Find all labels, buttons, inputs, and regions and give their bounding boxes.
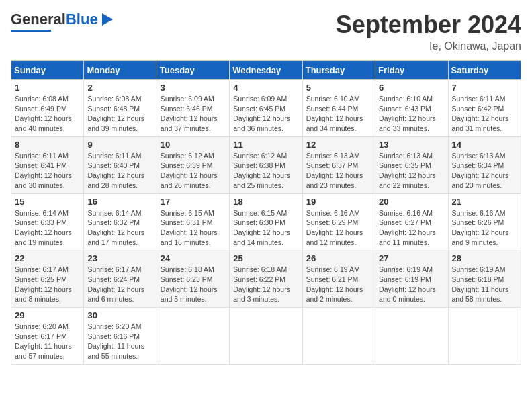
day-number: 8 xyxy=(15,140,80,150)
day-cell: 24Sunrise: 6:18 AMSunset: 6:23 PMDayligh… xyxy=(157,250,229,308)
day-detail: Sunrise: 6:19 AMSunset: 6:18 PMDaylight:… xyxy=(452,265,517,304)
col-tuesday: Tuesday xyxy=(157,61,229,80)
logo: GeneralBlue xyxy=(11,11,114,32)
day-detail: Sunrise: 6:14 AMSunset: 6:32 PMDaylight:… xyxy=(87,208,152,248)
day-cell: 14Sunrise: 6:13 AMSunset: 6:34 PMDayligh… xyxy=(448,136,521,193)
day-cell: 29Sunrise: 6:20 AMSunset: 6:17 PMDayligh… xyxy=(11,308,84,365)
day-cell xyxy=(230,308,302,365)
day-number: 22 xyxy=(15,253,80,263)
day-cell xyxy=(448,308,521,365)
day-number: 6 xyxy=(379,83,444,93)
col-sunday: Sunday xyxy=(11,61,84,80)
month-title: September 2024 xyxy=(336,11,521,39)
day-number: 24 xyxy=(161,253,226,263)
col-friday: Friday xyxy=(375,61,448,80)
day-cell: 13Sunrise: 6:13 AMSunset: 6:35 PMDayligh… xyxy=(375,136,448,193)
day-detail: Sunrise: 6:12 AMSunset: 6:39 PMDaylight:… xyxy=(161,151,226,191)
day-detail: Sunrise: 6:19 AMSunset: 6:21 PMDaylight:… xyxy=(306,265,371,304)
day-detail: Sunrise: 6:12 AMSunset: 6:38 PMDaylight:… xyxy=(233,151,298,191)
day-cell: 7Sunrise: 6:11 AMSunset: 6:42 PMDaylight… xyxy=(448,80,521,137)
day-cell: 15Sunrise: 6:14 AMSunset: 6:33 PMDayligh… xyxy=(11,193,84,250)
day-detail: Sunrise: 6:11 AMSunset: 6:40 PMDaylight:… xyxy=(87,151,152,191)
day-detail: Sunrise: 6:16 AMSunset: 6:29 PMDaylight:… xyxy=(306,208,371,248)
day-detail: Sunrise: 6:08 AMSunset: 6:49 PMDaylight:… xyxy=(15,94,80,134)
day-cell: 19Sunrise: 6:16 AMSunset: 6:29 PMDayligh… xyxy=(302,193,375,250)
day-detail: Sunrise: 6:15 AMSunset: 6:30 PMDaylight:… xyxy=(233,208,298,248)
page-header: GeneralBlue September 2024 Ie, Okinawa, … xyxy=(11,11,521,52)
day-number: 12 xyxy=(306,140,371,150)
day-number: 7 xyxy=(452,83,517,93)
day-detail: Sunrise: 6:09 AMSunset: 6:46 PMDaylight:… xyxy=(161,94,226,134)
day-number: 10 xyxy=(161,140,226,150)
day-number: 16 xyxy=(87,197,152,207)
day-cell: 17Sunrise: 6:15 AMSunset: 6:31 PMDayligh… xyxy=(157,193,229,250)
week-row-1: 1Sunrise: 6:08 AMSunset: 6:49 PMDaylight… xyxy=(11,80,521,137)
day-cell xyxy=(157,308,229,365)
logo-line xyxy=(11,30,51,32)
day-cell: 11Sunrise: 6:12 AMSunset: 6:38 PMDayligh… xyxy=(230,136,302,193)
col-saturday: Saturday xyxy=(448,61,521,80)
week-row-2: 8Sunrise: 6:11 AMSunset: 6:41 PMDaylight… xyxy=(11,136,521,193)
day-number: 1 xyxy=(15,83,80,93)
day-detail: Sunrise: 6:09 AMSunset: 6:45 PMDaylight:… xyxy=(233,94,298,134)
day-number: 15 xyxy=(15,197,80,207)
day-number: 9 xyxy=(87,140,152,150)
day-number: 27 xyxy=(379,253,444,263)
day-detail: Sunrise: 6:10 AMSunset: 6:43 PMDaylight:… xyxy=(379,94,444,134)
logo-text: GeneralBlue xyxy=(11,11,98,28)
day-number: 4 xyxy=(233,83,298,93)
day-number: 21 xyxy=(452,197,517,207)
day-cell: 8Sunrise: 6:11 AMSunset: 6:41 PMDaylight… xyxy=(11,136,84,193)
day-cell: 30Sunrise: 6:20 AMSunset: 6:16 PMDayligh… xyxy=(84,308,157,365)
day-cell: 10Sunrise: 6:12 AMSunset: 6:39 PMDayligh… xyxy=(157,136,229,193)
day-cell xyxy=(302,308,375,365)
week-row-5: 29Sunrise: 6:20 AMSunset: 6:17 PMDayligh… xyxy=(11,308,521,365)
day-detail: Sunrise: 6:16 AMSunset: 6:26 PMDaylight:… xyxy=(452,208,517,248)
location: Ie, Okinawa, Japan xyxy=(336,40,521,52)
day-cell: 1Sunrise: 6:08 AMSunset: 6:49 PMDaylight… xyxy=(11,80,84,137)
day-number: 30 xyxy=(87,310,152,320)
day-cell: 22Sunrise: 6:17 AMSunset: 6:25 PMDayligh… xyxy=(11,250,84,308)
day-cell xyxy=(375,308,448,365)
day-cell: 3Sunrise: 6:09 AMSunset: 6:46 PMDaylight… xyxy=(157,80,229,137)
day-number: 23 xyxy=(87,253,152,263)
day-cell: 18Sunrise: 6:15 AMSunset: 6:30 PMDayligh… xyxy=(230,193,302,250)
day-detail: Sunrise: 6:17 AMSunset: 6:24 PMDaylight:… xyxy=(87,265,152,304)
title-block: September 2024 Ie, Okinawa, Japan xyxy=(336,11,521,52)
day-detail: Sunrise: 6:11 AMSunset: 6:42 PMDaylight:… xyxy=(452,94,517,134)
day-detail: Sunrise: 6:13 AMSunset: 6:35 PMDaylight:… xyxy=(379,151,444,191)
day-number: 2 xyxy=(87,83,152,93)
week-row-4: 22Sunrise: 6:17 AMSunset: 6:25 PMDayligh… xyxy=(11,250,521,308)
day-detail: Sunrise: 6:11 AMSunset: 6:41 PMDaylight:… xyxy=(15,151,80,191)
day-number: 26 xyxy=(306,253,371,263)
day-number: 13 xyxy=(379,140,444,150)
day-number: 28 xyxy=(452,253,517,263)
day-number: 20 xyxy=(379,197,444,207)
day-detail: Sunrise: 6:18 AMSunset: 6:23 PMDaylight:… xyxy=(161,265,226,304)
col-monday: Monday xyxy=(84,61,157,80)
col-thursday: Thursday xyxy=(302,61,375,80)
week-row-3: 15Sunrise: 6:14 AMSunset: 6:33 PMDayligh… xyxy=(11,193,521,250)
day-detail: Sunrise: 6:13 AMSunset: 6:34 PMDaylight:… xyxy=(452,151,517,191)
day-detail: Sunrise: 6:19 AMSunset: 6:19 PMDaylight:… xyxy=(379,265,444,304)
day-detail: Sunrise: 6:20 AMSunset: 6:17 PMDaylight:… xyxy=(15,322,80,361)
calendar-header-row: Sunday Monday Tuesday Wednesday Thursday… xyxy=(11,61,521,80)
day-cell: 21Sunrise: 6:16 AMSunset: 6:26 PMDayligh… xyxy=(448,193,521,250)
day-cell: 4Sunrise: 6:09 AMSunset: 6:45 PMDaylight… xyxy=(230,80,302,137)
day-detail: Sunrise: 6:08 AMSunset: 6:48 PMDaylight:… xyxy=(87,94,152,134)
day-number: 18 xyxy=(233,197,298,207)
day-cell: 23Sunrise: 6:17 AMSunset: 6:24 PMDayligh… xyxy=(84,250,157,308)
day-cell: 9Sunrise: 6:11 AMSunset: 6:40 PMDaylight… xyxy=(84,136,157,193)
day-detail: Sunrise: 6:17 AMSunset: 6:25 PMDaylight:… xyxy=(15,265,80,304)
day-detail: Sunrise: 6:20 AMSunset: 6:16 PMDaylight:… xyxy=(87,322,152,361)
day-cell: 16Sunrise: 6:14 AMSunset: 6:32 PMDayligh… xyxy=(84,193,157,250)
day-detail: Sunrise: 6:18 AMSunset: 6:22 PMDaylight:… xyxy=(233,265,298,304)
day-number: 14 xyxy=(452,140,517,150)
day-number: 3 xyxy=(161,83,226,93)
day-detail: Sunrise: 6:13 AMSunset: 6:37 PMDaylight:… xyxy=(306,151,371,191)
day-detail: Sunrise: 6:14 AMSunset: 6:33 PMDaylight:… xyxy=(15,208,80,248)
day-cell: 2Sunrise: 6:08 AMSunset: 6:48 PMDaylight… xyxy=(84,80,157,137)
day-number: 25 xyxy=(233,253,298,263)
day-detail: Sunrise: 6:10 AMSunset: 6:44 PMDaylight:… xyxy=(306,94,371,134)
day-cell: 26Sunrise: 6:19 AMSunset: 6:21 PMDayligh… xyxy=(302,250,375,308)
